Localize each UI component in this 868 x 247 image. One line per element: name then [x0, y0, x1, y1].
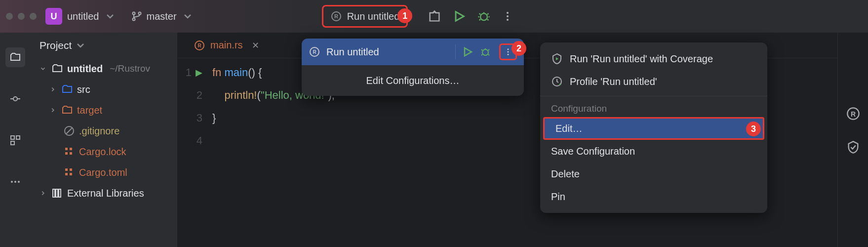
menu-item-save[interactable]: Save Configuration	[540, 140, 767, 163]
tree-item-target[interactable]: target	[36, 100, 172, 121]
tool-window-bar-right: R	[837, 33, 868, 247]
project-panel-header[interactable]: Project	[31, 33, 177, 58]
edit-configurations-label: Edit Configurations…	[366, 75, 460, 86]
svg-rect-27	[56, 189, 58, 197]
tree-item-cargo-lock[interactable]: Cargo.lock	[36, 141, 172, 162]
more-icon[interactable]	[502, 10, 513, 22]
svg-rect-20	[65, 152, 68, 155]
menu-item-coverage[interactable]: Run 'Run untitled' with Coverage	[540, 47, 767, 70]
project-panel: Project untitled ~/Rustrov	[31, 33, 178, 247]
svg-point-7	[507, 12, 509, 14]
svg-marker-5	[456, 12, 464, 21]
branch-name[interactable]: master	[147, 11, 177, 22]
run-config-context-menu: Run 'Run untitled' with Coverage Profile…	[540, 42, 767, 213]
folder-icon	[61, 104, 73, 116]
menu-item-pin[interactable]: Pin	[540, 185, 767, 208]
tree-item-label: External Libraries	[67, 188, 144, 199]
tab-filename: main.rs	[210, 40, 243, 51]
tree-item-cargo-toml[interactable]: Cargo.toml	[36, 162, 172, 183]
svg-rect-18	[65, 148, 68, 150]
profile-icon	[551, 76, 563, 87]
chevron-down-icon	[39, 65, 47, 72]
svg-rect-25	[70, 173, 72, 175]
menu-item-label: Save Configuration	[551, 146, 635, 157]
svg-rect-26	[53, 189, 55, 197]
run-config-dropdown: R Run untitled 2 Edit Configurations…	[302, 39, 524, 96]
svg-point-6	[480, 13, 487, 20]
chevron-right-icon	[39, 190, 47, 197]
svg-rect-13	[11, 141, 14, 145]
tree-root-name: untitled	[67, 63, 103, 75]
close-icon[interactable]: ✕	[252, 40, 259, 51]
edit-configurations-item[interactable]: Edit Configurations…	[302, 65, 524, 96]
project-tree: untitled ~/Rustrov src target	[31, 58, 177, 204]
code-token: }	[212, 112, 216, 124]
tree-item-label: src	[77, 84, 90, 95]
menu-item-edit[interactable]: Edit… 3	[543, 117, 764, 140]
tree-item-gitignore[interactable]: .gitignore	[36, 121, 172, 141]
svg-point-38	[508, 51, 509, 53]
run-config-label: Run untitled	[347, 11, 400, 22]
rust-file-icon: R	[194, 40, 205, 51]
tree-item-label: target	[77, 105, 102, 116]
chevron-down-icon[interactable]	[104, 10, 116, 22]
menu-item-delete[interactable]: Delete	[540, 163, 767, 185]
run-config-item-label: Run untitled	[326, 46, 449, 58]
code-token: main	[224, 66, 248, 79]
chevron-down-icon	[75, 40, 86, 51]
build-icon[interactable]	[428, 9, 441, 23]
shield-icon[interactable]	[846, 140, 860, 154]
project-name[interactable]: untitled	[67, 11, 99, 22]
project-badge: U	[45, 8, 62, 25]
svg-point-39	[508, 54, 509, 55]
separator	[455, 44, 456, 59]
cargo-icon	[63, 146, 75, 158]
run-config-more-button[interactable]: 2	[499, 43, 517, 60]
svg-point-15	[14, 181, 16, 183]
chevron-down-icon[interactable]	[182, 10, 194, 22]
run-config-item[interactable]: R Run untitled 2	[302, 39, 524, 65]
folder-icon	[51, 63, 63, 75]
window-minimize[interactable]	[18, 13, 25, 20]
line-number: 1	[186, 61, 192, 84]
tree-item-label: Cargo.toml	[79, 167, 127, 178]
library-icon	[51, 187, 63, 199]
window-close[interactable]	[6, 13, 13, 20]
tree-external-libraries[interactable]: External Libraries	[36, 183, 172, 204]
tree-item-label: Cargo.lock	[79, 146, 126, 158]
tree-item-src[interactable]: src	[36, 79, 172, 100]
svg-text:R: R	[334, 13, 338, 19]
tree-root[interactable]: untitled ~/Rustrov	[36, 58, 172, 79]
svg-rect-24	[65, 173, 68, 175]
project-tool-icon[interactable]	[5, 47, 25, 67]
window-maximize[interactable]	[30, 13, 37, 20]
svg-marker-40	[556, 57, 558, 60]
more-tool-icon[interactable]	[5, 172, 25, 192]
menu-item-label: Edit…	[555, 123, 582, 134]
run-config-selector[interactable]: R Run untitled 1	[322, 5, 408, 28]
structure-tool-icon[interactable]	[5, 130, 25, 150]
svg-point-37	[508, 48, 509, 50]
rust-tool-icon[interactable]: R	[846, 107, 860, 121]
run-icon[interactable]	[452, 9, 466, 23]
debug-icon[interactable]	[479, 46, 491, 58]
menu-item-label: Run 'Run untitled' with Coverage	[570, 53, 713, 65]
svg-text:R: R	[850, 110, 855, 118]
commit-tool-icon[interactable]	[5, 89, 25, 109]
folder-icon	[61, 83, 73, 95]
tool-window-bar-left	[0, 33, 31, 247]
code-token: println!	[224, 89, 257, 101]
menu-item-profile[interactable]: Profile 'Run untitled'	[540, 70, 767, 93]
rust-icon: R	[309, 46, 320, 58]
editor-tab[interactable]: R main.rs ✕	[187, 40, 266, 51]
run-gutter-icon[interactable]: ▶	[196, 61, 202, 84]
run-icon[interactable]	[462, 46, 473, 58]
branch-icon[interactable]	[131, 10, 143, 22]
svg-point-2	[132, 18, 135, 21]
svg-point-14	[11, 181, 13, 183]
menu-item-label: Pin	[551, 191, 565, 203]
code-token: fn	[212, 66, 224, 79]
chevron-right-icon	[49, 86, 57, 93]
debug-icon[interactable]	[477, 9, 491, 23]
svg-point-9	[507, 19, 509, 21]
